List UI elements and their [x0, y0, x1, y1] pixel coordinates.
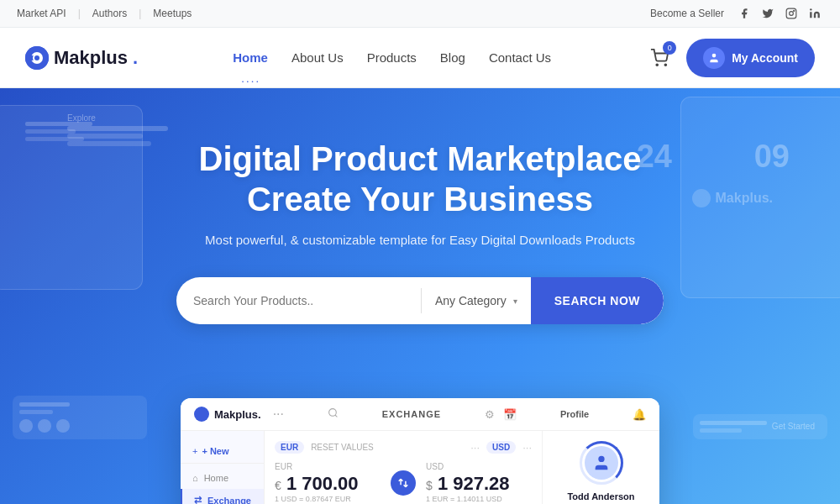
- dash-search-icon[interactable]: [328, 407, 339, 421]
- search-button[interactable]: SEARCH NOW: [531, 277, 664, 324]
- dash-settings-icon[interactable]: ⚙: [485, 408, 495, 421]
- svg-point-2: [794, 10, 795, 11]
- to-amount: $ 1 927.28: [426, 473, 532, 495]
- authors-link[interactable]: Authors: [92, 8, 127, 19]
- dash-profile-panel: Todd Anderson todd.anderson@hotmail.com …: [542, 431, 659, 504]
- cart-badge: 0: [663, 41, 676, 55]
- dashboard-preview: Makplus. ··· EXCHANGE ⚙ 📅 Profile 🔔 + + …: [181, 398, 659, 504]
- svg-point-12: [598, 456, 604, 462]
- svg-rect-0: [786, 8, 796, 18]
- bg-card-left: [0, 105, 143, 290]
- dash-add-new-button[interactable]: + + New: [181, 439, 264, 464]
- logo[interactable]: Makplus.: [25, 46, 138, 70]
- exchange-icon: ⇄: [194, 495, 202, 504]
- nav-link-contact[interactable]: Contact Us: [489, 50, 551, 65]
- exchange-swap-button[interactable]: [391, 470, 416, 496]
- exchange-values: EUR € 1 700.00 1 USD = 0.87647 EUR USD: [275, 462, 532, 503]
- search-input[interactable]: [193, 294, 404, 307]
- dash-exchange-panel: EUR RESET VALUES ··· USD ··· EUR € 1 700…: [265, 431, 542, 504]
- from-currency-label: EUR: [275, 462, 381, 471]
- top-bar-right: Become a Seller: [650, 5, 823, 22]
- svg-point-9: [665, 64, 667, 66]
- dash-profile-label: Profile: [560, 409, 589, 419]
- bg-bottom-right-card: [693, 414, 827, 439]
- top-bar-left: Market API | Authors | Meetups: [17, 8, 192, 19]
- dash-logo-icon: [194, 407, 209, 422]
- hero-title: Digital Product Marketplace Create Your …: [199, 139, 642, 219]
- category-text: Any Category: [435, 294, 507, 307]
- svg-point-4: [25, 46, 49, 70]
- search-bar: Any Category ▾ SEARCH NOW: [176, 277, 664, 324]
- logo-dot: .: [133, 47, 138, 69]
- become-seller-link[interactable]: Become a Seller: [650, 8, 724, 19]
- market-api-link[interactable]: Market API: [17, 8, 66, 19]
- top-bar: Market API | Authors | Meetups Become a …: [0, 0, 840, 28]
- hero-content: Digital Product Marketplace Create Your …: [199, 139, 642, 277]
- dash-exchange-right: ··· USD ···: [470, 441, 532, 454]
- chevron-down-icon: ▾: [513, 297, 517, 306]
- nav-links: Home About Us Products Blog Contact Us: [233, 50, 551, 66]
- home-icon: ⌂: [192, 473, 198, 483]
- dash-dots[interactable]: ···: [273, 407, 284, 422]
- twitter-icon[interactable]: [759, 5, 776, 22]
- account-avatar: [703, 47, 725, 69]
- nav-item-about[interactable]: About Us: [291, 50, 344, 66]
- nav-item-home[interactable]: Home: [233, 50, 268, 66]
- from-rate: 1 USD = 0.87647 EUR: [275, 495, 381, 503]
- main-nav: Makplus. Home About Us Products Blog Con…: [0, 28, 840, 88]
- dash-header: Makplus. ··· EXCHANGE ⚙ 📅 Profile 🔔: [181, 398, 659, 431]
- logo-text: Makplus: [54, 47, 128, 69]
- svg-point-8: [657, 64, 659, 66]
- to-exchange-box: USD $ 1 927.28 1 EUR = 1.14011 USD: [426, 462, 532, 503]
- bg-number-24: 24: [637, 139, 672, 175]
- svg-point-3: [810, 8, 811, 10]
- category-select[interactable]: Any Category ▾: [422, 277, 531, 324]
- dash-exchange-header: EUR RESET VALUES ··· USD ···: [275, 441, 532, 454]
- more-options-icon[interactable]: ···: [470, 441, 480, 454]
- dash-exchange-title: EXCHANGE: [382, 409, 441, 419]
- svg-point-7: [29, 55, 34, 60]
- hero-section: Explore Get Started 09 24 Makplus.: [0, 88, 840, 504]
- dash-logo: Makplus.: [194, 407, 261, 422]
- dash-sidebar-exchange[interactable]: ⇄ Exchange: [181, 489, 264, 504]
- dash-calendar-icon[interactable]: 📅: [503, 408, 517, 421]
- divider-2: |: [139, 8, 141, 19]
- svg-point-1: [790, 12, 794, 16]
- logo-icon: [25, 46, 49, 70]
- more-options-icon-2[interactable]: ···: [522, 441, 532, 454]
- meetups-link[interactable]: Meetups: [153, 8, 192, 19]
- dash-sidebar: + + New ⌂ Home ⇄ Exchange ↑ Withdraw ↓: [181, 431, 265, 504]
- hero-subtitle: Most powerful, & customizable template f…: [199, 233, 642, 247]
- search-input-wrap: [176, 277, 421, 324]
- reset-values-text[interactable]: RESET VALUES: [311, 443, 374, 452]
- bg-logo: Makplus.: [692, 189, 773, 207]
- dash-body: + + New ⌂ Home ⇄ Exchange ↑ Withdraw ↓: [181, 431, 659, 504]
- instagram-icon[interactable]: [783, 5, 800, 22]
- cart-button[interactable]: 0: [646, 45, 673, 71]
- nav-link-blog[interactable]: Blog: [440, 50, 465, 65]
- nav-item-contact[interactable]: Contact Us: [489, 50, 551, 66]
- dash-bell-icon[interactable]: 🔔: [633, 408, 646, 421]
- svg-point-6: [34, 55, 40, 61]
- profile-avatar: [585, 446, 618, 480]
- profile-ring: [580, 441, 623, 485]
- bg-element-2: Get Started: [772, 422, 815, 431]
- my-account-label: My Account: [732, 51, 798, 65]
- from-amount: € 1 700.00: [275, 473, 381, 495]
- nav-link-products[interactable]: Products: [367, 50, 417, 65]
- dash-logo-text: Makplus.: [214, 408, 261, 421]
- to-currency-label: USD: [426, 462, 532, 471]
- nav-link-about[interactable]: About Us: [291, 50, 344, 65]
- nav-item-blog[interactable]: Blog: [440, 50, 465, 66]
- svg-point-11: [328, 409, 336, 417]
- nav-item-products[interactable]: Products: [367, 50, 417, 66]
- social-icons: [736, 5, 823, 22]
- bg-card-right: [680, 97, 840, 298]
- facebook-icon[interactable]: [736, 5, 753, 22]
- eur-pill: EUR: [275, 441, 304, 454]
- bg-text-left: [25, 122, 92, 141]
- my-account-button[interactable]: My Account: [686, 39, 815, 77]
- nav-link-home[interactable]: Home: [233, 50, 268, 65]
- linkedin-icon[interactable]: [806, 5, 823, 22]
- dash-sidebar-home[interactable]: ⌂ Home: [181, 467, 264, 489]
